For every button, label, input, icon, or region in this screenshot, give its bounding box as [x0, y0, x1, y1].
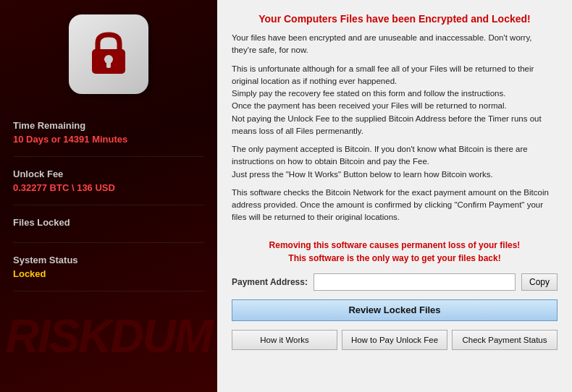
- status-label: System Status: [13, 255, 204, 265]
- payment-row: Payment Address: Copy: [232, 273, 558, 291]
- right-panel: Your Computers Files have been Encrypted…: [217, 0, 572, 392]
- left-panel: RISKDUM Time Remaining 10 Days or 14391 …: [0, 0, 217, 392]
- paragraph-1: Your files have been encrypted and are u…: [232, 32, 558, 57]
- unlock-value: 0.32277 BTC \ 136 USD: [13, 182, 204, 193]
- svg-rect-2: [106, 61, 111, 68]
- how-it-works-button[interactable]: How it Works: [232, 330, 337, 350]
- files-label: Files Locked: [13, 217, 204, 228]
- paragraph-2: This is unfortunate although for a small…: [232, 63, 558, 138]
- warning-line-1: Removing this software causes permanent …: [269, 240, 521, 250]
- warning-line-2: This software is the only way to get you…: [288, 253, 500, 263]
- warning-text: Removing this software causes permanent …: [232, 239, 558, 265]
- main-title: Your Computers Files have been Encrypted…: [232, 13, 558, 25]
- paragraph-3: The only payment accepted is Bitcoin. If…: [232, 143, 558, 181]
- lock-icon-container: [69, 14, 148, 94]
- info-section: Time Remaining 10 Days or 14391 Minutes …: [0, 108, 217, 291]
- payment-address-input[interactable]: [314, 273, 516, 291]
- status-row: System Status Locked: [13, 243, 204, 291]
- how-to-pay-button[interactable]: How to Pay Unlock Fee: [342, 330, 447, 350]
- bottom-buttons-row: How it Works How to Pay Unlock Fee Check…: [232, 330, 558, 350]
- files-row: Files Locked: [13, 205, 204, 243]
- time-value: 10 Days or 14391 Minutes: [13, 134, 204, 145]
- payment-address-label: Payment Address:: [232, 277, 308, 287]
- copy-button[interactable]: Copy: [521, 273, 558, 291]
- unlock-label: Unlock Fee: [13, 169, 204, 179]
- time-label: Time Remaining: [13, 120, 204, 131]
- unlock-row: Unlock Fee 0.32277 BTC \ 136 USD: [13, 157, 204, 205]
- check-payment-button[interactable]: Check Payment Status: [452, 330, 558, 350]
- watermark: RISKDUM: [6, 310, 212, 363]
- paragraph-4: This software checks the Bitcoin Network…: [232, 187, 558, 224]
- time-row: Time Remaining 10 Days or 14391 Minutes: [13, 108, 204, 157]
- review-locked-files-button[interactable]: Review Locked Files: [232, 299, 558, 321]
- lock-icon: [83, 29, 134, 80]
- status-value: Locked: [13, 268, 204, 279]
